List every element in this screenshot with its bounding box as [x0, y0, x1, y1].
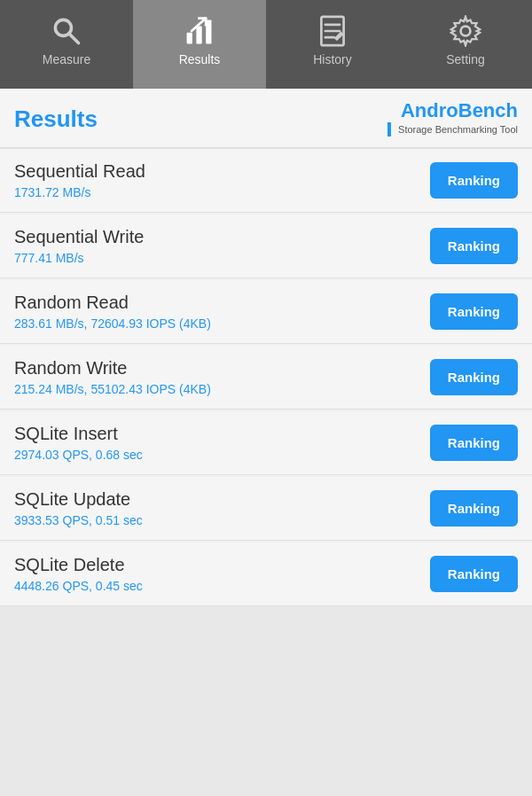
- result-value-sqlite-update: 3933.53 QPS, 0.51 sec: [14, 513, 430, 527]
- svg-rect-2: [187, 33, 192, 44]
- result-value-random-write: 215.24 MB/s, 55102.43 IOPS (4KB): [14, 382, 430, 396]
- result-value-sequential-write: 777.41 MB/s: [14, 251, 430, 265]
- ranking-button-sequential-write[interactable]: Ranking: [430, 228, 518, 264]
- result-row-sequential-read: Sequential Read 1731.72 MB/s Ranking: [0, 148, 532, 213]
- result-name-sqlite-update: SQLite Update: [14, 489, 430, 510]
- nav-item-measure[interactable]: Measure: [0, 0, 133, 89]
- result-row-random-read: Random Read 283.61 MB/s, 72604.93 IOPS (…: [0, 280, 532, 344]
- result-info-sqlite-insert: SQLite Insert 2974.03 QPS, 0.68 sec: [14, 424, 430, 462]
- results-label: Results: [179, 52, 221, 66]
- result-name-sequential-write: Sequential Write: [14, 227, 430, 247]
- history-label: History: [313, 52, 352, 66]
- ranking-button-sqlite-insert[interactable]: Ranking: [430, 425, 518, 461]
- brand-name-part2: Bench: [458, 99, 518, 121]
- result-name-sqlite-insert: SQLite Insert: [14, 424, 430, 444]
- brand-subtitle: Storage Benchmarking Tool: [387, 122, 518, 137]
- nav-item-history[interactable]: History: [266, 0, 399, 89]
- brand-logo: AndroBench Storage Benchmarking Tool: [387, 101, 518, 137]
- nav-item-setting[interactable]: Setting: [399, 0, 532, 89]
- history-icon: [317, 15, 348, 47]
- svg-rect-3: [196, 27, 201, 44]
- svg-rect-10: [334, 31, 344, 41]
- result-value-sqlite-delete: 4448.26 QPS, 0.45 sec: [14, 579, 430, 593]
- svg-line-1: [69, 34, 79, 43]
- results-header: Results AndroBench Storage Benchmarking …: [0, 89, 532, 148]
- result-value-sqlite-insert: 2974.03 QPS, 0.68 sec: [14, 448, 430, 462]
- result-info-random-write: Random Write 215.24 MB/s, 55102.43 IOPS …: [14, 358, 430, 396]
- result-info-sequential-write: Sequential Write 777.41 MB/s: [14, 227, 430, 265]
- result-row-sqlite-update: SQLite Update 3933.53 QPS, 0.51 sec Rank…: [0, 477, 532, 541]
- result-info-random-read: Random Read 283.61 MB/s, 72604.93 IOPS (…: [14, 293, 430, 331]
- result-row-sequential-write: Sequential Write 777.41 MB/s Ranking: [0, 215, 532, 278]
- svg-point-11: [461, 27, 471, 36]
- ranking-button-sqlite-delete[interactable]: Ranking: [430, 556, 518, 592]
- ranking-button-random-read[interactable]: Ranking: [430, 293, 518, 330]
- results-icon: [184, 15, 215, 47]
- navigation-bar: Measure Results H: [0, 0, 532, 89]
- ranking-button-random-write[interactable]: Ranking: [430, 359, 518, 395]
- brand-bar-decoration: [387, 122, 391, 137]
- nav-item-results[interactable]: Results: [133, 0, 266, 89]
- page-title: Results: [14, 105, 98, 133]
- result-row-sqlite-insert: SQLite Insert 2974.03 QPS, 0.68 sec Rank…: [0, 411, 532, 475]
- setting-label: Setting: [446, 52, 485, 66]
- result-value-random-read: 283.61 MB/s, 72604.93 IOPS (4KB): [14, 316, 430, 331]
- brand-name: AndroBench: [401, 101, 518, 121]
- result-name-random-write: Random Write: [14, 358, 430, 378]
- ranking-button-sqlite-update[interactable]: Ranking: [430, 490, 518, 527]
- result-row-sqlite-delete: SQLite Delete 4448.26 QPS, 0.45 sec Rank…: [0, 542, 532, 606]
- measure-label: Measure: [43, 52, 90, 66]
- results-list: Sequential Read 1731.72 MB/s Ranking Seq…: [0, 148, 532, 606]
- result-name-sequential-read: Sequential Read: [14, 161, 430, 182]
- result-info-sqlite-delete: SQLite Delete 4448.26 QPS, 0.45 sec: [14, 555, 430, 593]
- ranking-button-sequential-read[interactable]: Ranking: [430, 162, 518, 199]
- measure-icon: [51, 15, 82, 47]
- result-info-sqlite-update: SQLite Update 3933.53 QPS, 0.51 sec: [14, 489, 430, 527]
- result-row-random-write: Random Write 215.24 MB/s, 55102.43 IOPS …: [0, 346, 532, 410]
- result-name-random-read: Random Read: [14, 293, 430, 313]
- result-value-sequential-read: 1731.72 MB/s: [14, 185, 430, 199]
- result-name-sqlite-delete: SQLite Delete: [14, 555, 430, 575]
- brand-name-part1: Andro: [401, 99, 458, 121]
- setting-icon: [450, 15, 481, 47]
- result-info-sequential-read: Sequential Read 1731.72 MB/s: [14, 161, 430, 199]
